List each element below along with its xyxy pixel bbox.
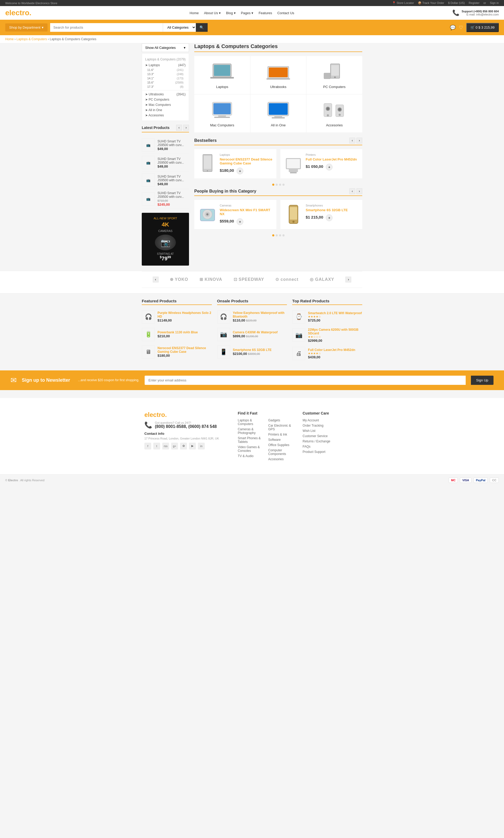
footer-my-account[interactable]: My Account [303, 418, 360, 422]
product-name-link[interactable]: 22Mps Camera 6200U with 500GB SDcard [308, 328, 362, 335]
bestseller-name-link[interactable]: Nerocool ENS2377 Dead Silence Gaming Cub… [220, 157, 272, 165]
footer-link-printers[interactable]: Printers & Ink [268, 433, 295, 436]
search-button[interactable]: 🔍 [196, 23, 208, 32]
people-next-button[interactable]: › [357, 188, 362, 194]
add-to-cart-button[interactable]: + [236, 168, 243, 174]
sidebar-15-6[interactable]: 15.6" (2589) [142, 81, 189, 85]
category-mac-computers[interactable]: Mac Computers [194, 94, 250, 133]
sidebar-17-3[interactable]: 17.3" (8) [142, 85, 189, 89]
footer-customer-service[interactable]: Customer Service [303, 434, 360, 438]
social-flickr[interactable]: ✿ [180, 443, 187, 450]
dot-2[interactable] [276, 184, 278, 186]
breadcrumb-home[interactable]: Home [5, 37, 14, 41]
product-name-link[interactable]: Nerocool ENS2377 Dead Silence Gaming Cub… [158, 346, 212, 354]
product-name-link[interactable]: Purple Wireless Headphones Solo 2 HD [158, 311, 212, 318]
sidebar-11-6[interactable]: 11.6" (241) [142, 68, 189, 72]
dot-2[interactable] [276, 234, 278, 237]
cart-button[interactable]: 🛒 0 $ 3 215,99 [466, 23, 499, 32]
currency-selector[interactable]: $ Dollar (US) [448, 1, 465, 5]
newsletter-email-input[interactable] [145, 376, 466, 385]
footer-link-smartphones[interactable]: Smart Phones & Tablets [238, 436, 264, 444]
footer-link-laptops[interactable]: Laptops & Computers [238, 418, 264, 426]
people-prev-button[interactable]: ‹ [349, 188, 355, 194]
product-image: 🎧 [217, 310, 230, 324]
footer-link-car[interactable]: Car Electronic & GPS [268, 424, 295, 431]
add-to-cart-button[interactable]: + [236, 218, 243, 225]
sidebar-mac-computers[interactable]: ➤ Mac Computers [142, 102, 189, 107]
sidebar-ultrabooks[interactable]: ➤ Ultrabooks (2641) [142, 92, 189, 97]
product-name-link[interactable]: Smartwatch 2.0 LTE Wifi Waterproof [308, 311, 362, 315]
people-item-name-link[interactable]: Widescreen NX Mini F1 SMART NX [220, 208, 272, 216]
product-name-link[interactable]: Powerbank 1130 mAh Blue [158, 330, 198, 334]
footer-order-tracking[interactable]: Order Tracking [303, 424, 360, 427]
search-input[interactable] [50, 23, 163, 32]
sidebar-laptops[interactable]: ➤ Laptops (447) [142, 63, 189, 68]
footer-link-software[interactable]: Software [268, 438, 295, 441]
category-laptops[interactable]: Laptops [194, 56, 250, 94]
social-google[interactable]: g+ [171, 443, 178, 450]
latest-next-button[interactable]: › [183, 125, 189, 130]
newsletter-signup-button[interactable]: Sign Up [471, 376, 493, 385]
product-name-link[interactable]: Camera C430W 4k Waterproof [233, 330, 278, 334]
category-select[interactable]: All Categories [163, 23, 196, 32]
nav-home[interactable]: Home [190, 11, 199, 15]
category-pc-computers[interactable]: PC Computers [306, 56, 362, 94]
sidebar-all-in-one[interactable]: ➤ All in One [142, 107, 189, 113]
footer-link-cameras[interactable]: Cameras & Photography [238, 427, 264, 435]
product-name-link[interactable]: Yellow Earphones Waterproof with Bluetoo… [233, 311, 287, 318]
footer-returns[interactable]: Returns / Exchange [303, 439, 360, 443]
chat-icon[interactable]: 💬 [450, 25, 456, 31]
footer-wish-list[interactable]: Wish List [303, 429, 360, 433]
footer-faqs[interactable]: FAQs [303, 445, 360, 449]
shop-by-dept-button[interactable]: Shop by Department ▾ [5, 23, 48, 32]
bestseller-name-link[interactable]: Full Color LaserJet Pro M452dn [306, 157, 357, 161]
add-to-cart-button[interactable]: + [326, 214, 332, 221]
social-twitter[interactable]: t [153, 443, 160, 450]
store-locator-link[interactable]: 📍 Store Locator [392, 1, 414, 5]
footer-link-gadgets[interactable]: Gadgets [268, 418, 295, 422]
footer-link-tv[interactable]: TV & Audio [238, 454, 264, 458]
latest-prev-button[interactable]: ‹ [176, 125, 182, 130]
brands-next-button[interactable]: › [345, 277, 351, 282]
category-all-in-one[interactable]: All in One [250, 94, 306, 133]
footer-link-office[interactable]: Office Supplies [268, 443, 295, 447]
category-ultrabooks[interactable]: Ultrabooks [250, 56, 306, 94]
show-categories-button[interactable]: Show All Categories ▾ [142, 43, 189, 52]
dot-3[interactable] [279, 184, 281, 186]
dot-4[interactable] [283, 234, 285, 237]
people-item-name-link[interactable]: Smartphone 6S 32GB LTE [306, 208, 348, 212]
social-facebook[interactable]: f [144, 443, 151, 450]
sign-in-link[interactable]: Sign in [490, 1, 499, 5]
dot-1[interactable] [272, 184, 274, 186]
sidebar-13-3[interactable]: 13.3" (248) [142, 72, 189, 76]
sidebar-14-1[interactable]: 14.1" (173) [142, 76, 189, 81]
sidebar-pc-computers[interactable]: ➤ PC Computers [142, 97, 189, 102]
bestsellers-prev-button[interactable]: ‹ [349, 138, 355, 143]
nav-contact[interactable]: Contact Us [277, 11, 294, 15]
add-to-cart-button[interactable]: + [326, 164, 332, 171]
social-vimeo[interactable]: ▶ [189, 443, 196, 450]
sidebar-accesories[interactable]: ➤ Accesories [142, 113, 189, 118]
breadcrumb-parent[interactable]: Laptops & Computers [17, 37, 47, 41]
product-name-link[interactable]: Full Color LaserJet Pro M452dn [308, 348, 355, 352]
bestsellers-next-button[interactable]: › [357, 138, 362, 143]
social-rss[interactable]: rss [162, 443, 169, 450]
product-name-link[interactable]: Smartphone 6S 32GB LTE [233, 348, 272, 352]
wishlist-icon[interactable]: ♡ [459, 25, 463, 31]
nav-features[interactable]: Features [258, 11, 272, 15]
footer-link-accesories[interactable]: Accesories [268, 457, 295, 461]
footer-link-components[interactable]: Computer Components [268, 449, 295, 456]
nav-pages[interactable]: Pages ▾ [241, 11, 253, 15]
footer-product-support[interactable]: Product Support [303, 450, 360, 454]
nav-about[interactable]: About Us ▾ [204, 11, 221, 15]
nav-blog[interactable]: Blog ▾ [226, 11, 236, 15]
dot-1[interactable] [272, 234, 274, 237]
dot-4[interactable] [283, 184, 285, 186]
footer-link-video-games[interactable]: Video Games & Consoles [238, 445, 264, 453]
register-link[interactable]: Register [469, 1, 480, 5]
track-order-link[interactable]: 📦 Track Your Order [418, 1, 444, 5]
category-accesories[interactable]: Accesories [306, 94, 362, 133]
brands-prev-button[interactable]: ‹ [153, 277, 159, 282]
dot-3[interactable] [279, 234, 281, 237]
social-linkedin[interactable]: in [198, 443, 205, 450]
